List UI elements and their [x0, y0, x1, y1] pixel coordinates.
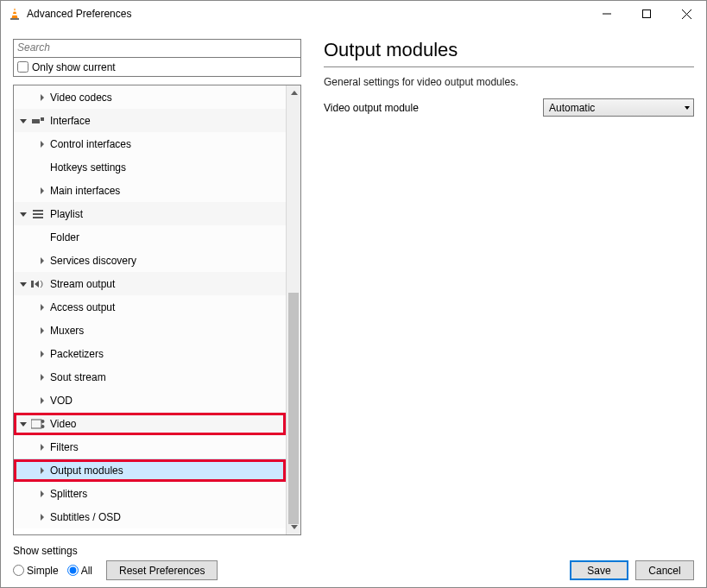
svg-point-16: [41, 420, 45, 423]
chevron-right-icon: [36, 395, 48, 407]
tree-item-sout-stream[interactable]: Sout stream: [14, 365, 286, 389]
svg-point-17: [41, 425, 45, 428]
chevron-right-icon: [36, 348, 48, 360]
playlist-icon: [31, 209, 45, 219]
svg-marker-0: [12, 8, 18, 18]
titlebar: Advanced Preferences: [1, 1, 706, 27]
show-settings-all-radio[interactable]: All: [67, 565, 92, 577]
vlc-cone-icon: [8, 7, 22, 21]
tree-item-muxers[interactable]: Muxers: [14, 319, 286, 342]
page-description: General settings for video output module…: [324, 76, 694, 88]
show-settings-label: Show settings: [13, 545, 218, 557]
chevron-down-icon: [17, 208, 29, 220]
tree-item-output-modules[interactable]: Output modules: [14, 458, 286, 482]
window-controls: [587, 1, 706, 27]
chevron-right-icon: [36, 371, 48, 383]
tree-item-vod[interactable]: VOD: [14, 389, 286, 412]
show-settings-simple-radio[interactable]: Simple: [13, 565, 59, 577]
only-show-current-box[interactable]: [17, 61, 28, 73]
video-icon: [31, 419, 45, 429]
settings-panel: Output modules General settings for vide…: [324, 39, 694, 535]
sidebar: Search Only show current Video codecs: [13, 39, 301, 535]
svg-rect-15: [31, 420, 41, 428]
tree-item-control-interfaces[interactable]: Control interfaces: [14, 132, 286, 155]
tree-item-access-output[interactable]: Access output: [14, 295, 286, 319]
tree-scrollbar[interactable]: [286, 85, 300, 534]
chevron-down-icon: [17, 418, 29, 430]
tree-item-splitters[interactable]: Splitters: [14, 482, 286, 505]
scroll-thumb[interactable]: [288, 293, 299, 524]
tree-item-hotkeys-settings[interactable]: Hotkeys settings: [14, 155, 286, 179]
svg-rect-9: [41, 117, 44, 121]
scroll-up-icon[interactable]: [287, 85, 301, 100]
svg-marker-14: [35, 281, 39, 288]
chevron-right-icon: [36, 185, 48, 197]
svg-rect-8: [32, 119, 40, 123]
select-value: Automatic: [549, 102, 595, 114]
chevron-right-icon: [36, 255, 48, 267]
page-title: Output modules: [324, 35, 694, 67]
interface-icon: [31, 116, 45, 126]
svg-marker-18: [291, 91, 298, 95]
stream-output-icon: [31, 279, 45, 289]
only-show-current-label: Only show current: [32, 61, 116, 73]
tree-item-stream-output[interactable]: Stream output: [14, 272, 286, 295]
maximize-button[interactable]: [627, 1, 666, 27]
tree-item-interface[interactable]: Interface: [14, 109, 286, 132]
tree-item-folder[interactable]: Folder: [14, 225, 286, 249]
chevron-right-icon: [36, 325, 48, 337]
chevron-down-icon: [17, 278, 29, 290]
footer: Show settings Simple All Reset Preferenc…: [13, 544, 694, 580]
tree-item-subtitles-osd[interactable]: Subtitles / OSD: [14, 505, 286, 528]
svg-marker-19: [291, 525, 298, 529]
tree-item-filters[interactable]: Filters: [14, 435, 286, 458]
scroll-down-icon[interactable]: [287, 520, 301, 534]
cancel-button[interactable]: Cancel: [635, 560, 694, 580]
svg-rect-2: [12, 14, 17, 16]
tree-item-services-discovery[interactable]: Services discovery: [14, 249, 286, 272]
preferences-window: Advanced Preferences Search Only show cu…: [0, 0, 707, 588]
setting-video-output-module: Video output module Automatic: [324, 98, 694, 117]
tree-item-video-codecs[interactable]: Video codecs: [14, 85, 286, 109]
minimize-button[interactable]: [587, 1, 627, 27]
chevron-right-icon: [36, 465, 48, 477]
chevron-right-icon: [36, 301, 48, 313]
window-title: Advanced Preferences: [27, 8, 131, 20]
only-show-current-checkbox[interactable]: Only show current: [13, 58, 301, 77]
tree-item-main-interfaces[interactable]: Main interfaces: [14, 179, 286, 202]
chevron-right-icon: [36, 138, 48, 150]
close-button[interactable]: [666, 1, 706, 27]
chevron-down-icon: [17, 115, 29, 127]
save-button[interactable]: Save: [570, 560, 628, 580]
chevron-right-icon: [36, 511, 48, 523]
svg-rect-5: [643, 10, 651, 18]
tree-item-packetizers[interactable]: Packetizers: [14, 342, 286, 365]
tree-item-video[interactable]: Video: [14, 412, 286, 435]
setting-label: Video output module: [324, 102, 543, 114]
svg-rect-1: [13, 10, 16, 12]
chevron-right-icon: [36, 92, 48, 104]
category-tree: Video codecs Interface Control interface…: [13, 85, 301, 535]
chevron-right-icon: [36, 488, 48, 500]
search-input[interactable]: Search: [13, 39, 301, 58]
reset-preferences-button[interactable]: Reset Preferences: [106, 560, 218, 580]
chevron-right-icon: [36, 441, 48, 453]
dropdown-arrow-icon: [685, 106, 690, 110]
svg-rect-3: [10, 18, 19, 20]
video-output-module-select[interactable]: Automatic: [543, 98, 694, 117]
tree-item-playlist[interactable]: Playlist: [14, 202, 286, 225]
svg-rect-13: [31, 281, 34, 288]
content-area: Search Only show current Video codecs: [1, 27, 706, 587]
